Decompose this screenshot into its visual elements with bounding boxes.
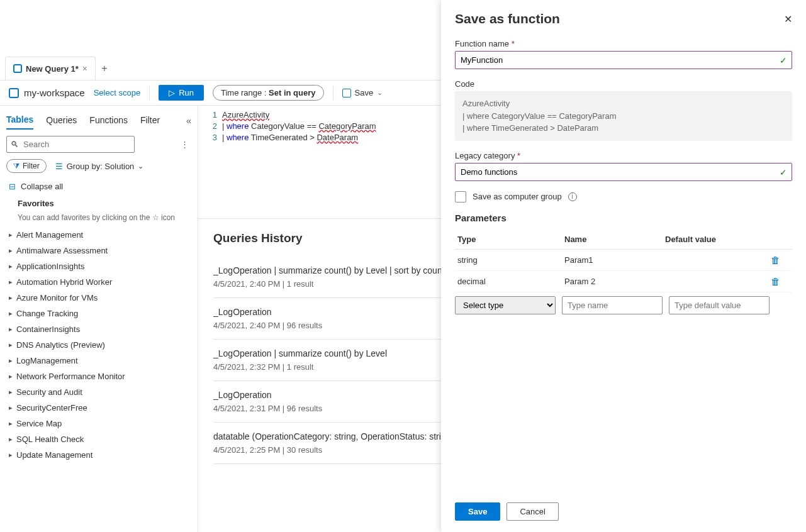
caret-icon: ▸: [9, 309, 13, 318]
tree-node[interactable]: ▸Change Tracking: [6, 306, 189, 321]
tree-node[interactable]: ▸Security and Audit: [6, 384, 189, 400]
legacy-category-input[interactable]: [455, 163, 792, 181]
workspace-picker[interactable]: my-workspace: [9, 87, 85, 98]
legacy-category-label: Legacy category *: [455, 151, 792, 160]
tree-node[interactable]: ▸Automation Hybrid Worker: [6, 274, 189, 290]
info-icon[interactable]: i: [568, 192, 577, 201]
tree-node[interactable]: ▸Alert Management: [6, 227, 189, 243]
save-as-group-checkbox[interactable]: [455, 191, 466, 202]
close-tab-icon[interactable]: ×: [82, 64, 87, 74]
tree-node[interactable]: ▸Azure Monitor for VMs: [6, 290, 189, 306]
collapse-all-button[interactable]: ⊟ Collapse all: [6, 178, 191, 195]
param-default-input[interactable]: [669, 296, 770, 314]
tree-node[interactable]: ▸Update Management: [6, 447, 189, 463]
check-icon: ✓: [780, 167, 787, 177]
caret-icon: ▸: [9, 388, 13, 396]
save-dropdown[interactable]: Save ⌄: [342, 88, 383, 97]
tree-node[interactable]: ▸ContainerInsights: [6, 321, 189, 337]
panel-title: Save as function: [455, 11, 560, 26]
query-icon: [13, 64, 22, 73]
select-scope-link[interactable]: Select scope: [94, 88, 140, 97]
code-preview: AzureActivity | where CategoryValue == C…: [455, 91, 792, 141]
tree-node[interactable]: ▸Antimalware Assessment: [6, 243, 189, 258]
workspace-name: my-workspace: [24, 87, 85, 98]
caret-icon: ▸: [9, 262, 13, 270]
caret-icon: ▸: [9, 325, 13, 333]
tree-node[interactable]: ▸DNS Analytics (Preview): [6, 337, 189, 353]
tree-node[interactable]: ▸Service Map: [6, 416, 189, 431]
caret-icon: ▸: [9, 357, 13, 365]
tree-node[interactable]: ▸SecurityCenterFree: [6, 400, 189, 416]
caret-icon: ▸: [9, 278, 13, 286]
tables-tree[interactable]: ▸Alert Management▸Antimalware Assessment…: [6, 227, 191, 532]
chevron-down-icon: ⌄: [138, 162, 143, 170]
cancel-button[interactable]: Cancel: [507, 502, 558, 521]
collapse-icon: ⊟: [9, 182, 16, 191]
param-name-input[interactable]: [562, 296, 663, 314]
collapse-sidebar-icon[interactable]: «: [186, 115, 191, 126]
param-type-select[interactable]: Select type: [455, 296, 556, 314]
col-default: Default value: [665, 235, 766, 244]
save-as-group-label: Save as computer group: [473, 192, 562, 201]
tab-filter[interactable]: Filter: [140, 111, 160, 129]
caret-icon: ▸: [9, 231, 13, 239]
tab-functions[interactable]: Functions: [89, 111, 128, 129]
tree-node[interactable]: ▸Network Performance Monitor: [6, 369, 189, 384]
caret-icon: ▸: [9, 451, 13, 459]
check-icon: ✓: [780, 55, 787, 65]
delete-param-icon[interactable]: 🗑: [766, 255, 785, 265]
tree-node[interactable]: ▸ApplicationInsights: [6, 258, 189, 274]
function-name-input[interactable]: [455, 51, 792, 69]
favorites-section: Favorites You can add favorites by click…: [6, 195, 191, 227]
sidebar-search-input[interactable]: [6, 136, 135, 153]
list-icon: ☰: [55, 162, 63, 171]
favorites-title: Favorites: [18, 199, 180, 208]
col-name: Name: [564, 235, 665, 244]
code-label: Code: [455, 79, 792, 89]
sidebar: Tables Queries Functions Filter « 🔍︎ ⋮ ⧩…: [0, 106, 198, 532]
delete-param-icon[interactable]: 🗑: [766, 276, 785, 287]
tree-node[interactable]: ▸SQL Health Check: [6, 431, 189, 447]
param-row: decimalParam 2🗑: [455, 271, 792, 292]
save-button[interactable]: Save: [455, 502, 500, 521]
run-button[interactable]: ▷ Run: [159, 85, 204, 101]
tab-title: New Query 1*: [26, 64, 79, 74]
favorites-hint: You can add favorites by clicking on the…: [18, 212, 180, 223]
disk-icon: [342, 89, 351, 97]
caret-icon: ▸: [9, 435, 13, 443]
caret-icon: ▸: [9, 372, 13, 380]
time-range-picker[interactable]: Time range : Set in query: [213, 85, 324, 101]
search-icon: 🔍︎: [11, 140, 19, 149]
chevron-down-icon: ⌄: [377, 89, 383, 97]
caret-icon: ▸: [9, 341, 13, 349]
parameters-title: Parameters: [455, 213, 792, 223]
param-row: stringParam1🗑: [455, 250, 792, 271]
query-tab[interactable]: New Query 1* ×: [5, 57, 96, 80]
sidebar-tabs: Tables Queries Functions Filter «: [6, 111, 191, 130]
tab-queries[interactable]: Queries: [46, 111, 77, 129]
caret-icon: ▸: [9, 419, 13, 428]
more-options-icon[interactable]: ⋮: [178, 140, 191, 149]
tab-tables[interactable]: Tables: [6, 111, 33, 130]
close-panel-button[interactable]: ✕: [784, 13, 792, 25]
play-icon: ▷: [169, 88, 175, 97]
new-tab-button[interactable]: +: [96, 63, 113, 74]
save-as-function-panel: Save as function ✕ Function name * ✓ Cod…: [441, 0, 806, 532]
caret-icon: ▸: [9, 294, 13, 302]
workspace-icon: [9, 88, 19, 98]
function-name-label: Function name *: [455, 39, 792, 48]
caret-icon: ▸: [9, 404, 13, 412]
groupby-dropdown[interactable]: ☰ Group by: Solution ⌄: [55, 162, 144, 171]
filter-icon: ⧩: [13, 162, 20, 170]
col-type: Type: [457, 235, 564, 244]
tree-node[interactable]: ▸LogManagement: [6, 353, 189, 369]
caret-icon: ▸: [9, 247, 13, 255]
filter-chip[interactable]: ⧩ Filter: [6, 159, 47, 173]
